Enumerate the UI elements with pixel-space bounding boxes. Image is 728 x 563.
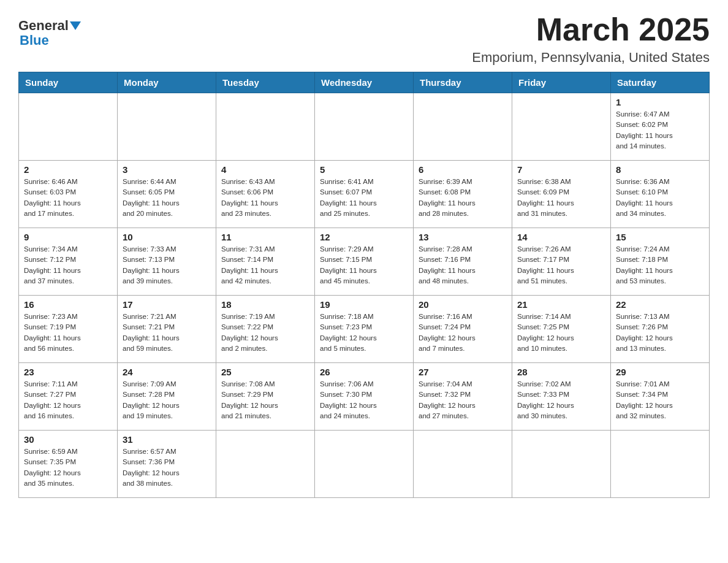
day-number: 31: [123, 434, 211, 445]
day-info: Sunrise: 6:46 AMSunset: 6:03 PMDaylight:…: [24, 177, 112, 219]
calendar-cell: 2Sunrise: 6:46 AMSunset: 6:03 PMDaylight…: [19, 161, 118, 228]
day-number: 4: [221, 164, 309, 175]
day-number: 1: [616, 97, 704, 107]
day-number: 2: [24, 164, 112, 175]
day-number: 9: [24, 232, 112, 242]
day-number: 15: [616, 232, 704, 242]
calendar-cell: 3Sunrise: 6:44 AMSunset: 6:05 PMDaylight…: [118, 161, 216, 228]
day-number: 19: [320, 299, 408, 310]
calendar-cell: [315, 431, 414, 498]
calendar-cell: 13Sunrise: 7:28 AMSunset: 7:16 PMDayligh…: [414, 228, 512, 296]
calendar-week-row: 9Sunrise: 7:34 AMSunset: 7:12 PMDaylight…: [19, 228, 710, 296]
day-info: Sunrise: 6:36 AMSunset: 6:10 PMDaylight:…: [616, 177, 704, 219]
calendar-cell: 12Sunrise: 7:29 AMSunset: 7:15 PMDayligh…: [315, 228, 414, 296]
calendar-cell: 31Sunrise: 6:57 AMSunset: 7:36 PMDayligh…: [118, 431, 216, 498]
calendar-table: Sunday Monday Tuesday Wednesday Thursday…: [18, 72, 710, 498]
calendar-week-row: 30Sunrise: 6:59 AMSunset: 7:35 PMDayligh…: [19, 431, 710, 498]
day-info: Sunrise: 7:14 AMSunset: 7:25 PMDaylight:…: [517, 312, 605, 354]
day-number: 29: [616, 367, 704, 377]
day-number: 18: [221, 299, 309, 310]
calendar-cell: 24Sunrise: 7:09 AMSunset: 7:28 PMDayligh…: [118, 363, 216, 431]
day-number: 22: [616, 299, 704, 310]
day-number: 5: [320, 164, 408, 175]
calendar-cell: 30Sunrise: 6:59 AMSunset: 7:35 PMDayligh…: [19, 431, 118, 498]
day-number: 8: [616, 164, 704, 175]
day-info: Sunrise: 6:43 AMSunset: 6:06 PMDaylight:…: [221, 177, 309, 219]
calendar-cell: [216, 431, 315, 498]
day-info: Sunrise: 7:13 AMSunset: 7:26 PMDaylight:…: [616, 312, 704, 354]
day-info: Sunrise: 7:34 AMSunset: 7:12 PMDaylight:…: [24, 244, 112, 286]
calendar-cell: 21Sunrise: 7:14 AMSunset: 7:25 PMDayligh…: [512, 296, 611, 363]
calendar-cell: 11Sunrise: 7:31 AMSunset: 7:14 PMDayligh…: [216, 228, 315, 296]
calendar-cell: [414, 431, 512, 498]
day-number: 12: [320, 232, 408, 242]
calendar-week-row: 1Sunrise: 6:47 AMSunset: 6:02 PMDaylight…: [19, 93, 710, 161]
calendar-week-row: 23Sunrise: 7:11 AMSunset: 7:27 PMDayligh…: [19, 363, 710, 431]
calendar-cell: [19, 93, 118, 161]
calendar-cell: [315, 93, 414, 161]
calendar-week-row: 2Sunrise: 6:46 AMSunset: 6:03 PMDaylight…: [19, 161, 710, 228]
calendar-cell: [414, 93, 512, 161]
day-info: Sunrise: 6:57 AMSunset: 7:36 PMDaylight:…: [123, 446, 211, 489]
page-header: General Blue March 2025 Emporium, Pennsy…: [18, 12, 710, 66]
day-info: Sunrise: 7:11 AMSunset: 7:27 PMDaylight:…: [24, 379, 112, 421]
col-header-friday: Friday: [512, 72, 611, 93]
day-info: Sunrise: 7:06 AMSunset: 7:30 PMDaylight:…: [320, 379, 408, 421]
day-info: Sunrise: 6:47 AMSunset: 6:02 PMDaylight:…: [616, 109, 704, 151]
col-header-sunday: Sunday: [19, 72, 118, 93]
calendar-cell: 1Sunrise: 6:47 AMSunset: 6:02 PMDaylight…: [611, 93, 710, 161]
calendar-header-row: Sunday Monday Tuesday Wednesday Thursday…: [19, 72, 710, 93]
logo: General Blue: [18, 12, 81, 48]
day-number: 21: [517, 299, 605, 310]
day-number: 27: [419, 367, 507, 377]
day-info: Sunrise: 7:01 AMSunset: 7:34 PMDaylight:…: [616, 379, 704, 421]
day-number: 26: [320, 367, 408, 377]
calendar-cell: 19Sunrise: 7:18 AMSunset: 7:23 PMDayligh…: [315, 296, 414, 363]
day-info: Sunrise: 7:28 AMSunset: 7:16 PMDaylight:…: [419, 244, 507, 286]
day-number: 11: [221, 232, 309, 242]
calendar-cell: 28Sunrise: 7:02 AMSunset: 7:33 PMDayligh…: [512, 363, 611, 431]
calendar-cell: [512, 431, 611, 498]
day-number: 6: [419, 164, 507, 175]
calendar-cell: 27Sunrise: 7:04 AMSunset: 7:32 PMDayligh…: [414, 363, 512, 431]
day-info: Sunrise: 7:31 AMSunset: 7:14 PMDaylight:…: [221, 244, 309, 286]
location-title: Emporium, Pennsylvania, United States: [472, 50, 710, 66]
day-info: Sunrise: 7:21 AMSunset: 7:21 PMDaylight:…: [123, 312, 211, 354]
calendar-cell: [611, 431, 710, 498]
day-number: 7: [517, 164, 605, 175]
logo-triangle-icon: [70, 21, 81, 30]
col-header-wednesday: Wednesday: [315, 72, 414, 93]
day-info: Sunrise: 7:29 AMSunset: 7:15 PMDaylight:…: [320, 244, 408, 286]
calendar-cell: 7Sunrise: 6:38 AMSunset: 6:09 PMDaylight…: [512, 161, 611, 228]
day-number: 13: [419, 232, 507, 242]
calendar-cell: 16Sunrise: 7:23 AMSunset: 7:19 PMDayligh…: [19, 296, 118, 363]
calendar-cell: 9Sunrise: 7:34 AMSunset: 7:12 PMDaylight…: [19, 228, 118, 296]
calendar-cell: 17Sunrise: 7:21 AMSunset: 7:21 PMDayligh…: [118, 296, 216, 363]
day-number: 16: [24, 299, 112, 310]
col-header-monday: Monday: [118, 72, 216, 93]
day-info: Sunrise: 6:44 AMSunset: 6:05 PMDaylight:…: [123, 177, 211, 219]
day-number: 25: [221, 367, 309, 377]
calendar-cell: 5Sunrise: 6:41 AMSunset: 6:07 PMDaylight…: [315, 161, 414, 228]
month-title: March 2025: [472, 12, 710, 47]
calendar-cell: 8Sunrise: 6:36 AMSunset: 6:10 PMDaylight…: [611, 161, 710, 228]
calendar-cell: 22Sunrise: 7:13 AMSunset: 7:26 PMDayligh…: [611, 296, 710, 363]
calendar-cell: 15Sunrise: 7:24 AMSunset: 7:18 PMDayligh…: [611, 228, 710, 296]
calendar-cell: 20Sunrise: 7:16 AMSunset: 7:24 PMDayligh…: [414, 296, 512, 363]
day-number: 20: [419, 299, 507, 310]
calendar-cell: 4Sunrise: 6:43 AMSunset: 6:06 PMDaylight…: [216, 161, 315, 228]
day-info: Sunrise: 6:41 AMSunset: 6:07 PMDaylight:…: [320, 177, 408, 219]
day-number: 3: [123, 164, 211, 175]
calendar-cell: 14Sunrise: 7:26 AMSunset: 7:17 PMDayligh…: [512, 228, 611, 296]
calendar-cell: 26Sunrise: 7:06 AMSunset: 7:30 PMDayligh…: [315, 363, 414, 431]
day-info: Sunrise: 7:02 AMSunset: 7:33 PMDaylight:…: [517, 379, 605, 421]
calendar-cell: [512, 93, 611, 161]
day-info: Sunrise: 6:39 AMSunset: 6:08 PMDaylight:…: [419, 177, 507, 219]
day-info: Sunrise: 7:26 AMSunset: 7:17 PMDaylight:…: [517, 244, 605, 286]
day-number: 10: [123, 232, 211, 242]
calendar-cell: 23Sunrise: 7:11 AMSunset: 7:27 PMDayligh…: [19, 363, 118, 431]
day-info: Sunrise: 7:04 AMSunset: 7:32 PMDaylight:…: [419, 379, 507, 421]
day-info: Sunrise: 7:18 AMSunset: 7:23 PMDaylight:…: [320, 312, 408, 354]
day-number: 30: [24, 434, 112, 445]
day-number: 28: [517, 367, 605, 377]
